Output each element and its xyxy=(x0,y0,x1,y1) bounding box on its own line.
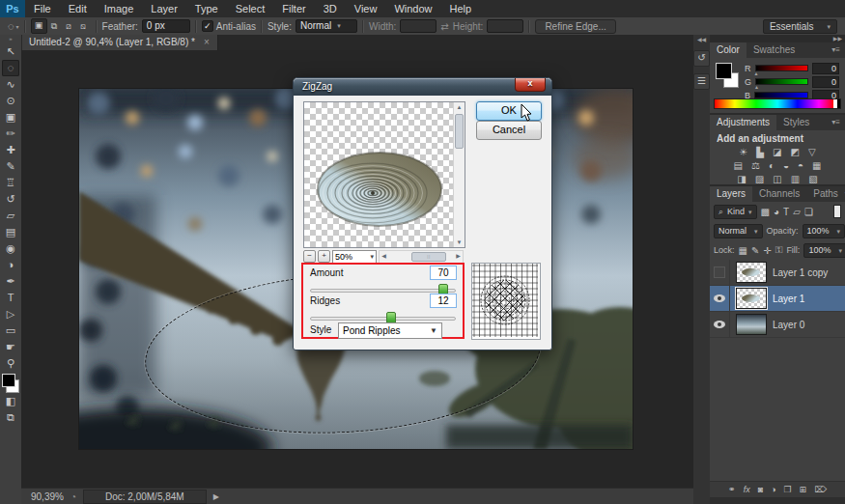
scroll-left-icon[interactable]: ◀ xyxy=(380,251,388,262)
properties-panel-button[interactable]: ☰ xyxy=(693,73,710,90)
color-balance-icon[interactable]: ⚖ xyxy=(751,159,760,172)
exposure-icon[interactable]: ◩ xyxy=(790,146,799,158)
close-tab-icon[interactable]: × xyxy=(204,35,210,50)
zoom-level[interactable]: 90,39% xyxy=(31,491,64,502)
selective-color-icon[interactable]: ▧ xyxy=(808,173,817,185)
filter-type-layers-icon[interactable]: T xyxy=(783,207,789,217)
hue-saturation-icon[interactable]: ▤ xyxy=(733,159,742,172)
layer-row-layer-1[interactable]: Layer 1 xyxy=(710,286,845,312)
tab-paths[interactable]: Paths xyxy=(806,186,845,202)
visibility-toggle[interactable] xyxy=(710,312,730,337)
scrollbar-thumb[interactable] xyxy=(455,114,464,149)
anti-alias-checkbox[interactable]: ✓ xyxy=(202,20,213,32)
visibility-toggle[interactable] xyxy=(710,286,730,311)
dialog-title-bar[interactable]: ZigZag x xyxy=(294,78,551,96)
foreground-color-swatch[interactable] xyxy=(716,63,732,79)
crop-tool[interactable]: ▣ xyxy=(2,109,19,126)
history-brush-tool[interactable]: ↺ xyxy=(2,191,19,208)
new-adjustment-layer-icon[interactable]: ◑ xyxy=(771,485,775,494)
tool-preset-caret[interactable]: ▾ xyxy=(16,23,19,30)
channel-mixer-icon[interactable]: ◓ xyxy=(798,159,803,172)
history-panel-button[interactable]: ↺ xyxy=(693,50,710,67)
healing-brush-tool[interactable]: ✚ xyxy=(2,142,19,158)
menu-help[interactable]: Help xyxy=(441,0,481,17)
green-slider[interactable]: ▲ xyxy=(755,78,808,85)
tab-styles[interactable]: Styles xyxy=(776,115,816,130)
feather-input[interactable]: 0 px xyxy=(142,19,190,33)
scroll-right-icon[interactable]: ▶ xyxy=(454,251,463,262)
tab-layers[interactable]: Layers xyxy=(710,186,752,202)
move-tool[interactable]: ↖ xyxy=(2,43,19,60)
lock-position-icon[interactable]: ✛ xyxy=(763,245,771,256)
workspace-switcher[interactable]: Essentials ▾ xyxy=(763,19,837,34)
blue-slider[interactable]: ▲ xyxy=(754,92,808,98)
new-group-icon[interactable]: ❐ xyxy=(784,485,792,494)
zoom-tool[interactable]: ⚲ xyxy=(2,355,19,372)
pen-tool[interactable]: ✒ xyxy=(2,273,19,290)
posterize-icon[interactable]: ▨ xyxy=(755,173,764,185)
panel-menu-icon[interactable]: ▾≡ xyxy=(831,42,845,58)
layer-thumbnail[interactable] xyxy=(736,288,767,309)
panel-menu-icon[interactable]: ▾≡ xyxy=(831,115,845,130)
document-size-indicator[interactable]: Doc: 2,00M/5,84M xyxy=(83,490,207,504)
clone-stamp-tool[interactable]: ♖ xyxy=(2,175,19,191)
path-selection-tool[interactable]: ▷ xyxy=(2,306,19,322)
invert-icon[interactable]: ◨ xyxy=(737,173,746,185)
tool-preset-icon[interactable]: ◌ xyxy=(6,20,16,32)
scrollbar-thumb[interactable]: ⁞⁞ xyxy=(411,252,446,262)
layer-effects-icon[interactable]: fx xyxy=(744,485,750,494)
lock-pixels-icon[interactable]: ✎ xyxy=(751,245,759,256)
menu-select[interactable]: Select xyxy=(227,0,274,17)
lock-all-icon[interactable]: ⚿ xyxy=(775,244,783,256)
layer-row-layer-1-copy[interactable]: Layer 1 copy xyxy=(710,260,845,286)
preview-horizontal-scrollbar[interactable]: ◀ ⁞⁞ ▶ xyxy=(379,250,464,264)
swap-dimensions-icon[interactable]: ⇄ xyxy=(440,21,448,32)
add-selection-button[interactable]: ⧉ xyxy=(47,19,62,33)
filtering-toggle[interactable] xyxy=(833,205,841,218)
layer-name[interactable]: Layer 1 copy xyxy=(773,267,828,278)
collapse-dock-icon[interactable]: ▶▶ xyxy=(833,35,842,42)
color-lookup-icon[interactable]: ▦ xyxy=(812,159,821,172)
menu-file[interactable]: File xyxy=(25,0,60,17)
ridges-value[interactable]: 12 xyxy=(430,294,457,308)
color-swatches[interactable] xyxy=(1,374,20,393)
brightness-contrast-icon[interactable]: ☀ xyxy=(739,146,747,158)
photoshop-logo[interactable]: Ps xyxy=(0,0,25,17)
blend-mode-select[interactable]: Normal ▾ xyxy=(714,224,763,238)
foreground-color-swatch[interactable] xyxy=(2,374,15,387)
tab-channels[interactable]: Channels xyxy=(752,186,806,202)
color-spectrum-ramp[interactable] xyxy=(714,98,841,109)
photo-filter-icon[interactable]: ◒ xyxy=(783,159,789,172)
width-input[interactable] xyxy=(400,19,437,33)
menu-filter[interactable]: Filter xyxy=(273,0,314,17)
layer-name[interactable]: Layer 0 xyxy=(773,320,804,330)
menu-window[interactable]: Window xyxy=(385,0,440,17)
style-select[interactable]: Normal ▾ xyxy=(296,19,357,33)
levels-icon[interactable]: ▙ xyxy=(756,146,764,158)
toolbar-collapse-icon[interactable]: » xyxy=(9,35,12,43)
menu-layer[interactable]: Layer xyxy=(142,0,186,17)
filter-adjustment-layers-icon[interactable]: ◕ xyxy=(774,207,779,217)
quick-selection-tool[interactable]: ⊙ xyxy=(2,93,19,109)
close-dialog-button[interactable]: x xyxy=(515,78,546,92)
curves-icon[interactable]: ◪ xyxy=(773,146,781,158)
height-input[interactable] xyxy=(487,19,523,33)
layer-thumbnail[interactable] xyxy=(736,314,767,335)
gradient-map-icon[interactable]: ▥ xyxy=(791,173,800,185)
filter-shape-layers-icon[interactable]: ▱ xyxy=(793,207,801,217)
layer-name[interactable]: Layer 1 xyxy=(773,294,804,304)
gradient-tool[interactable]: ▤ xyxy=(2,224,19,240)
tab-color[interactable]: Color xyxy=(710,42,746,58)
tab-swatches[interactable]: Swatches xyxy=(746,42,802,58)
filter-smart-objects-icon[interactable]: ❏ xyxy=(804,207,813,217)
layer-row-layer-0[interactable]: Layer 0 xyxy=(710,312,845,338)
refine-edge-button[interactable]: Refine Edge... xyxy=(535,19,615,34)
lock-transparency-icon[interactable]: ▦ xyxy=(739,245,747,256)
expand-dock-icon[interactable]: ◀◀ xyxy=(697,36,706,43)
fill-select[interactable]: 100% ▾ xyxy=(803,243,845,258)
type-tool[interactable]: T xyxy=(2,290,19,306)
status-flyout-arrow-icon[interactable]: ▶ xyxy=(213,492,219,501)
intersect-selection-button[interactable]: ⧅ xyxy=(76,19,91,33)
link-layers-icon[interactable]: ⚭ xyxy=(728,485,736,494)
subtract-selection-button[interactable]: ⧄ xyxy=(62,19,76,33)
